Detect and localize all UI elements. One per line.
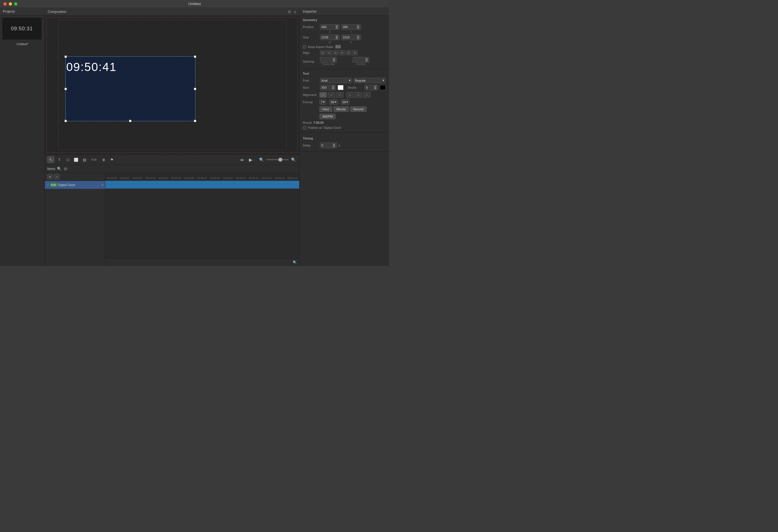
add-icon[interactable]: ⊕ xyxy=(64,166,67,171)
size-h-stepper[interactable]: ▲ ▼ xyxy=(357,35,360,39)
text-align-left[interactable]: ≡ xyxy=(319,92,327,98)
font-style-select[interactable]: Regular ▾ xyxy=(354,78,386,83)
text-section: Text Font Arial ▾ Regular ▾ Size 300 xyxy=(300,69,389,133)
second-button[interactable]: Second xyxy=(350,106,367,112)
stroke-input[interactable]: 0 ▲ ▼ xyxy=(365,85,378,90)
mask-tool[interactable]: ⬡ xyxy=(64,156,71,163)
format-hour-dropdown[interactable]: 7 ▾ xyxy=(319,99,326,105)
position-x-stepper[interactable]: ▲ ▼ xyxy=(335,25,338,29)
copy-icon[interactable]: ⧉ xyxy=(101,183,103,187)
position-x-input[interactable]: 460 ▲ ▼ xyxy=(320,24,339,30)
rewind-button[interactable]: ⏮ xyxy=(238,156,245,163)
font-size-down[interactable]: ▼ xyxy=(332,88,334,90)
align-left[interactable]: ⊞ xyxy=(320,50,326,55)
size-h-up[interactable]: ▲ xyxy=(357,35,360,37)
size-w-down[interactable]: ▼ xyxy=(335,37,338,39)
align-right[interactable]: ⊞ xyxy=(333,50,338,55)
pos-x-down[interactable]: ▼ xyxy=(335,27,338,29)
font-color-swatch[interactable] xyxy=(338,85,343,90)
settings-icon[interactable]: ⚙ xyxy=(288,10,291,14)
position-x-value: 460 xyxy=(321,25,326,29)
pos-x-up[interactable]: ▲ xyxy=(335,25,338,27)
keep-aspect-checkbox[interactable] xyxy=(303,45,306,49)
size-stroke-row: Size 300 ▲ ▼ Stroke 0 ▲ ▼ xyxy=(300,84,389,91)
composition-viewport[interactable]: 09:50:41 xyxy=(58,20,287,150)
delay-stepper[interactable]: ▲ ▼ xyxy=(332,144,335,147)
zoom-thumb[interactable] xyxy=(279,158,282,162)
size-w-input[interactable]: 2109 ▲ ▼ xyxy=(320,34,339,40)
text-valign-bottom[interactable]: ≡ xyxy=(363,92,371,98)
image-tool[interactable]: ⬜ xyxy=(72,156,80,163)
time-tool[interactable]: 5:32 xyxy=(89,156,99,163)
spacing-h-input[interactable]: ▲ ▼ xyxy=(320,57,337,63)
spacing-v-input[interactable]: ▲ ▼ xyxy=(353,57,369,63)
position-y-input[interactable]: 286 ▲ ▼ xyxy=(341,24,361,30)
delay-up[interactable]: ▲ xyxy=(332,144,335,145)
align-center-h[interactable]: ⊟ xyxy=(326,50,332,55)
pos-y-down[interactable]: ▼ xyxy=(357,27,360,29)
format-min-dropdown[interactable]: 08 ▾ xyxy=(329,99,338,105)
stroke-up[interactable]: ▲ xyxy=(374,86,377,88)
size-h-down[interactable]: ▼ xyxy=(357,37,360,39)
spacing-v-stepper[interactable]: ▲ ▼ xyxy=(365,58,368,62)
minute-button[interactable]: Minute xyxy=(333,106,349,112)
zoom-out-icon[interactable]: 🔍 xyxy=(258,156,265,163)
font-size-up[interactable]: ▲ xyxy=(332,86,334,88)
format-sec-dropdown[interactable]: 09 ▾ xyxy=(341,99,349,105)
spacing-h-up[interactable]: ▲ xyxy=(332,58,335,60)
film-tool[interactable]: ▤ xyxy=(81,156,88,163)
font-size-input[interactable]: 300 ▲ ▼ xyxy=(320,85,336,90)
size-w-up[interactable]: ▲ xyxy=(335,35,338,37)
stroke-color-swatch[interactable] xyxy=(380,85,386,90)
pos-y-up[interactable]: ▲ xyxy=(357,25,360,27)
align-top[interactable]: ⊞ xyxy=(339,50,345,55)
maximize-button[interactable] xyxy=(14,2,17,6)
text-align-justify[interactable]: ≡ xyxy=(346,92,354,98)
size-h-input[interactable]: 1019 ▲ ▼ xyxy=(341,34,361,40)
chevron-icon[interactable]: ∨ xyxy=(294,10,296,14)
project-name[interactable]: Untitled* xyxy=(0,42,45,46)
arrow-tool[interactable]: ↖ xyxy=(47,156,55,163)
remove-layer-button[interactable]: − xyxy=(54,174,60,180)
inspector-panel: Inspector Geometry Position 460 ▲ ▼ 286 … xyxy=(299,8,389,266)
projects-header: Projects xyxy=(0,8,45,15)
layer-name: Digital Clock xyxy=(58,183,100,187)
ruler-tick: 00:00:11 xyxy=(247,177,260,180)
minimize-button[interactable] xyxy=(9,2,12,6)
add-layer-button[interactable]: + xyxy=(47,174,53,180)
delay-down[interactable]: ▼ xyxy=(332,145,335,147)
font-family-select[interactable]: Arial ▾ xyxy=(320,78,352,83)
hour-button[interactable]: Hour xyxy=(319,106,332,112)
position-y-stepper[interactable]: ▲ ▼ xyxy=(357,25,360,29)
publish-checkbox[interactable] xyxy=(303,126,306,129)
font-size-stepper[interactable]: ▲ ▼ xyxy=(332,86,334,90)
play-button[interactable]: ▶ xyxy=(247,156,254,163)
close-button[interactable] xyxy=(3,2,7,6)
stroke-down[interactable]: ▼ xyxy=(374,88,377,90)
spacing-v-up[interactable]: ▲ xyxy=(365,58,368,60)
text-align-center[interactable]: ≡ xyxy=(328,92,335,98)
flag-tool[interactable]: ⚑ xyxy=(108,156,115,163)
layer-check[interactable]: ✓ xyxy=(47,183,49,187)
size-w-stepper[interactable]: ▲ ▼ xyxy=(335,35,338,39)
timeline-track[interactable] xyxy=(105,181,299,189)
zoom-in-icon[interactable]: 🔍 xyxy=(290,156,297,163)
stroke-stepper[interactable]: ▲ ▼ xyxy=(374,86,377,90)
layer-row[interactable]: ✓ 5:32 Digital Clock ⧉ xyxy=(45,181,105,189)
ampm-button[interactable]: AM/PM xyxy=(319,114,336,119)
spacing-h-stepper[interactable]: ▲ ▼ xyxy=(332,58,335,62)
search-icon[interactable]: 🔍 xyxy=(57,167,62,171)
align-center-v[interactable]: ⊟ xyxy=(346,50,352,55)
align-bottom[interactable]: ⊞ xyxy=(352,50,358,55)
timeline-search-icon[interactable]: 🔍 xyxy=(293,260,297,264)
delay-input[interactable]: 0 ▲ ▼ xyxy=(320,143,337,148)
spacing-v-down[interactable]: ▼ xyxy=(365,60,368,62)
spacing-h-down[interactable]: ▼ xyxy=(332,60,335,62)
text-tool[interactable]: T xyxy=(56,156,63,163)
text-align-right[interactable]: ≡ xyxy=(336,92,343,98)
paint-tool[interactable]: ⊕ xyxy=(100,156,107,163)
font-family-value: Arial xyxy=(321,79,327,82)
zoom-slider[interactable] xyxy=(266,159,289,160)
text-valign-top[interactable]: ≡ xyxy=(355,92,362,98)
project-thumbnail[interactable]: 09:50:31 xyxy=(2,18,42,39)
